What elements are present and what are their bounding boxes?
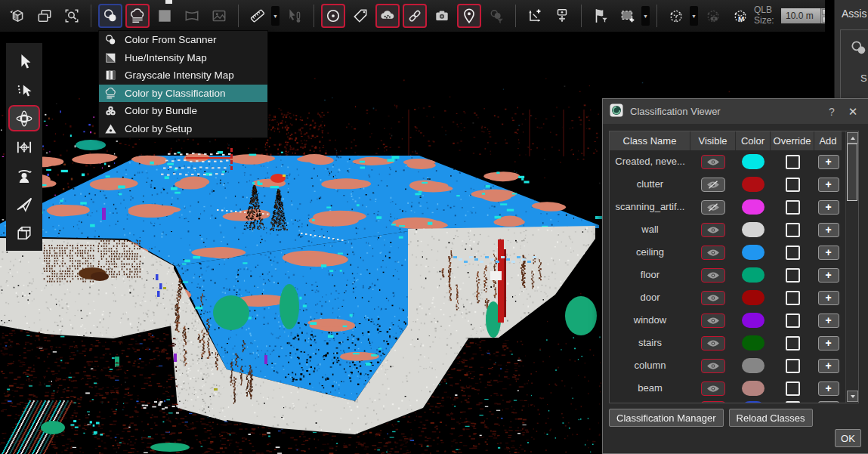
menu-item-color-from-scanner[interactable]: Color From Scanner [99, 31, 267, 49]
visibility-off-eye-icon[interactable] [701, 200, 725, 215]
visibility-on-eye-icon[interactable] [701, 268, 725, 283]
visibility-off-eye-icon[interactable] [701, 178, 725, 192]
class-color-swatch[interactable] [742, 177, 765, 192]
scroll-up-icon[interactable] [847, 132, 858, 144]
menu-item-hue-intensity-map[interactable]: Hue/Intensity Map [99, 49, 267, 67]
add-class-button[interactable]: + [818, 268, 839, 283]
add-class-button[interactable]: + [818, 336, 839, 351]
dialog-titlebar[interactable]: Classification Viewer ? ✕ [603, 99, 868, 124]
column-header-color[interactable]: Color [736, 131, 771, 150]
class-color-swatch[interactable] [742, 154, 765, 169]
classification-manager-button[interactable]: Classification Manager [609, 409, 724, 427]
scrollbar-thumb[interactable] [847, 144, 857, 201]
export-scan-button[interactable] [5, 4, 29, 28]
class-color-swatch[interactable] [742, 358, 765, 373]
select-area-button[interactable] [616, 4, 640, 28]
menu-item-grayscale-intensity-map[interactable]: Grayscale Intensity Map [99, 66, 267, 85]
visibility-on-eye-icon[interactable] [701, 336, 725, 351]
visibility-on-eye-icon[interactable] [701, 155, 725, 169]
visibility-on-eye-icon[interactable] [701, 313, 725, 328]
class-color-swatch[interactable] [742, 267, 765, 283]
links-button[interactable] [403, 4, 427, 28]
add-class-button[interactable]: + [818, 313, 839, 328]
ok-button[interactable]: OK [835, 429, 861, 447]
examine-tool-button[interactable] [8, 220, 40, 246]
clone-view-button[interactable] [32, 4, 57, 28]
uniform-color-button[interactable] [153, 4, 177, 28]
pick-point-tool-button[interactable] [8, 76, 40, 103]
visibility-on-eye-icon[interactable] [701, 223, 725, 237]
tags-button[interactable] [348, 4, 372, 28]
class-color-swatch[interactable] [742, 313, 765, 328]
add-class-button[interactable]: + [818, 291, 839, 305]
measure-dropdown-caret[interactable]: ▼ [271, 6, 280, 26]
override-checkbox[interactable] [786, 246, 800, 260]
class-color-swatch[interactable] [742, 222, 765, 237]
menu-item-color-by-setup[interactable]: Color by Setup [99, 120, 267, 138]
look-around-tool-button[interactable] [8, 162, 40, 189]
column-header-class-name[interactable]: Class Name [610, 131, 690, 150]
override-checkbox[interactable] [786, 291, 800, 305]
override-checkbox[interactable] [786, 200, 800, 215]
limit-box-manager-button[interactable]: M [728, 4, 752, 28]
add-class-button[interactable]: + [818, 155, 839, 169]
select-tool-button[interactable] [8, 48, 40, 74]
color-from-scanner-button[interactable] [98, 4, 122, 28]
add-class-button[interactable]: + [818, 178, 839, 192]
visibility-on-eye-icon[interactable] [701, 401, 725, 403]
assistant-panel-section: S [840, 29, 868, 98]
add-class-button[interactable]: + [818, 246, 839, 260]
pan-tool-button[interactable] [8, 134, 40, 160]
reload-classes-button[interactable]: Reload Classes [729, 409, 813, 427]
close-icon[interactable]: ✕ [845, 105, 860, 119]
visibility-on-eye-icon[interactable] [701, 291, 725, 305]
add-class-button[interactable]: + [818, 359, 839, 373]
class-color-swatch[interactable] [742, 335, 765, 351]
measure-button[interactable] [246, 4, 270, 28]
help-button[interactable]: ? [825, 106, 839, 118]
column-header-add[interactable]: Add [814, 131, 842, 150]
menu-item-color-by-classification[interactable]: Color by Classification [99, 85, 267, 103]
override-checkbox[interactable] [786, 223, 800, 237]
select-area-dropdown-caret[interactable]: ▼ [641, 6, 650, 26]
class-color-swatch[interactable] [742, 290, 765, 305]
override-checkbox[interactable] [786, 268, 800, 283]
zoom-region-button[interactable] [60, 4, 84, 28]
column-header-override[interactable]: Override [771, 131, 814, 150]
override-checkbox[interactable] [786, 336, 800, 351]
color-by-classification-button[interactable] [125, 4, 150, 28]
locations-button[interactable] [457, 4, 481, 28]
flag-filter-button[interactable] [588, 4, 613, 28]
class-color-swatch[interactable] [742, 245, 765, 260]
scroll-down-icon[interactable] [847, 391, 858, 402]
qlb-size-input[interactable]: 10.0 m [781, 8, 820, 23]
override-checkbox[interactable] [786, 155, 800, 169]
visibility-on-eye-icon[interactable] [701, 359, 725, 373]
override-checkbox[interactable] [786, 401, 800, 403]
table-scrollbar[interactable] [845, 131, 858, 403]
limit-box-dropdown-caret[interactable]: ▼ [690, 6, 698, 26]
scan-visibility-button[interactable] [321, 4, 345, 28]
override-checkbox[interactable] [786, 359, 800, 373]
class-color-swatch[interactable] [742, 401, 765, 403]
add-class-button[interactable]: + [818, 381, 839, 396]
class-color-swatch[interactable] [742, 199, 765, 215]
column-header-visible[interactable]: Visible [690, 131, 736, 150]
limit-box-button[interactable] [664, 4, 688, 28]
override-checkbox[interactable] [786, 178, 800, 192]
override-checkbox[interactable] [786, 313, 800, 328]
visibility-on-eye-icon[interactable] [701, 246, 725, 260]
fly-tool-button[interactable] [8, 191, 40, 218]
class-color-swatch[interactable] [742, 381, 765, 396]
orbit-tool-button[interactable] [8, 105, 40, 131]
add-class-button[interactable]: + [818, 200, 839, 215]
add-coordinate-system-button[interactable] [523, 4, 547, 28]
survey-points-button[interactable] [550, 4, 574, 28]
add-class-button[interactable]: + [818, 401, 839, 403]
visibility-on-eye-icon[interactable] [701, 381, 725, 396]
point-clouds-button[interactable] [375, 4, 400, 28]
add-class-button[interactable]: + [818, 223, 839, 237]
override-checkbox[interactable] [786, 381, 800, 396]
menu-item-color-by-bundle[interactable]: Color by Bundle [99, 102, 267, 120]
images-button[interactable] [430, 4, 454, 28]
